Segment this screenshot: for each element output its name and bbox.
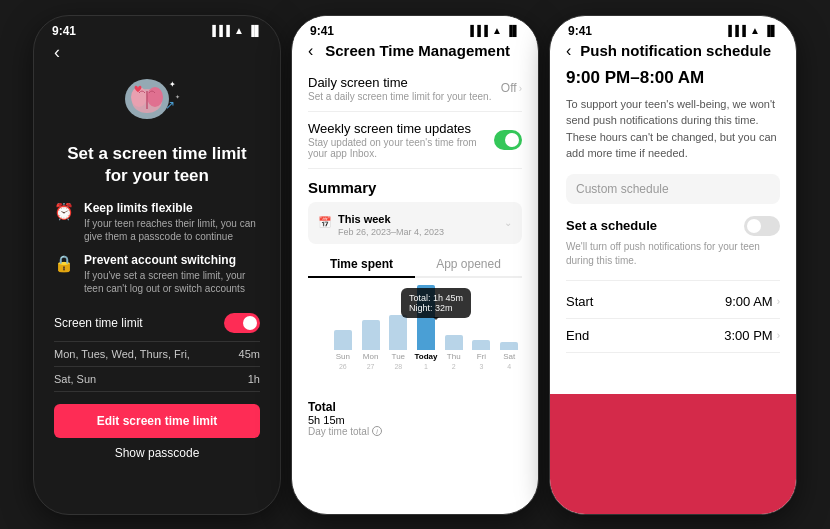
- bar-tue-label: Tue: [392, 352, 406, 361]
- bar-sun-rect: [334, 330, 352, 350]
- day-time-row: Day time total i: [308, 426, 522, 437]
- schedule-row-weekdays: Mon, Tues, Wed, Thurs, Fri, 45m: [54, 342, 260, 367]
- svg-point-3: [147, 87, 163, 107]
- weekly-updates-toggle[interactable]: [494, 130, 522, 150]
- illustration: ✦ ✦ ↗: [54, 71, 260, 131]
- start-label: Start: [566, 294, 593, 309]
- status-icons-3: ▐▐▐ ▲ ▐▌: [725, 25, 778, 36]
- signal-icon-3: ▐▐▐: [725, 25, 746, 36]
- edit-screen-time-button[interactable]: Edit screen time limit: [54, 404, 260, 438]
- feature-prevent-desc: If you've set a screen time limit, your …: [84, 269, 260, 295]
- time-3: 9:41: [568, 24, 592, 38]
- tab-app-opened[interactable]: App opened: [415, 252, 522, 276]
- svg-text:↗: ↗: [165, 98, 175, 112]
- phone3-content: ‹ Push notification schedule 9:00 PM–8:0…: [550, 42, 796, 353]
- phone-3: 9:41 ▐▐▐ ▲ ▐▌ ‹ Push notification schedu…: [549, 15, 797, 515]
- phone2-content: ‹ Screen Time Management Daily screen ti…: [292, 42, 538, 437]
- bar-mon: Mon 27: [358, 320, 384, 370]
- tabs: Time spent App opened: [308, 252, 522, 278]
- wifi-icon-1: ▲: [234, 25, 244, 36]
- weekdays-time: 45m: [239, 348, 260, 360]
- status-icons-1: ▐▐▐ ▲ ▐▌: [209, 25, 262, 36]
- bar-sat-sublabel: 4: [507, 363, 511, 370]
- bar-thu-rect: [445, 335, 463, 350]
- end-time-right: 3:00 PM ›: [724, 328, 780, 343]
- brain-illustration: ✦ ✦ ↗: [117, 71, 197, 131]
- svg-text:✦: ✦: [175, 94, 180, 100]
- weekly-updates-title: Weekly screen time updates: [308, 121, 494, 136]
- bar-tue-rect: [389, 315, 407, 350]
- end-time-row[interactable]: End 3:00 PM ›: [566, 319, 780, 353]
- calendar-icon: 📅: [318, 216, 332, 229]
- bar-fri-rect: [472, 340, 490, 350]
- status-icons-2: ▐▐▐ ▲ ▐▌: [467, 25, 520, 36]
- tab-time-spent[interactable]: Time spent: [308, 252, 415, 278]
- bar-mon-label: Mon: [363, 352, 379, 361]
- phone3-inner: 9:41 ▐▐▐ ▲ ▐▌ ‹ Push notification schedu…: [550, 16, 796, 353]
- battery-icon-1: ▐▌: [248, 25, 262, 36]
- phone1-content: ‹ ✦ ✦: [34, 42, 280, 460]
- chevron-down-icon: ⌄: [504, 217, 512, 228]
- clock-icon: ⏰: [54, 202, 74, 221]
- battery-icon-2: ▐▌: [506, 25, 520, 36]
- bar-thu-sublabel: 2: [452, 363, 456, 370]
- bar-sat: Sat 4: [496, 342, 522, 370]
- feature-flexible-text: Keep limits flexible If your teen reache…: [84, 201, 260, 243]
- svg-text:✦: ✦: [169, 80, 176, 89]
- show-passcode-button[interactable]: Show passcode: [54, 446, 260, 460]
- bar-mon-sublabel: 27: [367, 363, 375, 370]
- chevron-icon-end: ›: [777, 330, 780, 341]
- bar-today-label: Today: [415, 352, 438, 361]
- status-bar-2: 9:41 ▐▐▐ ▲ ▐▌: [292, 16, 538, 42]
- chevron-icon-1: ›: [519, 83, 522, 94]
- daily-screen-time-title: Daily screen time: [308, 75, 491, 90]
- phone3-header: ‹ Push notification schedule: [566, 42, 780, 60]
- daily-screen-time-value: Off ›: [501, 81, 522, 95]
- bar-sun: Sun 26: [330, 330, 356, 370]
- back-button-1[interactable]: ‹: [54, 42, 260, 63]
- week-label: This week: [338, 213, 391, 225]
- bar-fri: Fri 3: [469, 340, 495, 370]
- bar-mon-rect: [362, 320, 380, 350]
- phone3-title: Push notification schedule: [571, 42, 780, 59]
- phone-1: 9:41 ▐▐▐ ▲ ▐▌ ‹: [33, 15, 281, 515]
- screen-time-toggle-row: Screen time limit: [54, 305, 260, 342]
- bar-sun-sublabel: 26: [339, 363, 347, 370]
- custom-schedule-link[interactable]: Custom schedule: [566, 174, 780, 204]
- daily-screen-time-row[interactable]: Daily screen time Set a daily screen tim…: [308, 66, 522, 112]
- weekend-time: 1h: [248, 373, 260, 385]
- weekly-updates-row: Weekly screen time updates Stay updated …: [308, 112, 522, 169]
- status-bar-1: 9:41 ▐▐▐ ▲ ▐▌: [34, 16, 280, 42]
- set-schedule-section: Set a schedule We'll turn off push notif…: [566, 216, 780, 268]
- time-2: 9:41: [310, 24, 334, 38]
- total-value: 5h 15m: [308, 414, 522, 426]
- weekdays-label: Mon, Tues, Wed, Thurs, Fri,: [54, 348, 190, 360]
- set-schedule-title: Set a schedule: [566, 218, 657, 233]
- week-row[interactable]: 📅 This week Feb 26, 2023–Mar 4, 2023 ⌄: [308, 202, 522, 244]
- week-info: This week Feb 26, 2023–Mar 4, 2023: [338, 209, 444, 237]
- divider-1: [566, 280, 780, 281]
- feature-prevent-title: Prevent account switching: [84, 253, 260, 267]
- phone-2: 9:41 ▐▐▐ ▲ ▐▌ ‹ Screen Time Management D…: [291, 15, 539, 515]
- chevron-icon-start: ›: [777, 296, 780, 307]
- week-row-left: 📅 This week Feb 26, 2023–Mar 4, 2023: [318, 209, 444, 237]
- set-schedule-toggle[interactable]: [744, 216, 780, 236]
- info-icon[interactable]: i: [372, 426, 382, 436]
- total-section: Total 5h 15m Day time total i: [308, 400, 522, 437]
- summary-section: Summary 📅 This week Feb 26, 2023–Mar 4, …: [308, 179, 522, 437]
- status-bar-3: 9:41 ▐▐▐ ▲ ▐▌: [550, 16, 796, 42]
- start-time-row[interactable]: Start 9:00 AM ›: [566, 285, 780, 319]
- schedule-row-weekend: Sat, Sun 1h: [54, 367, 260, 392]
- signal-icon-1: ▐▐▐: [209, 25, 230, 36]
- red-background: [550, 394, 796, 514]
- phone2-title: Screen Time Management: [313, 42, 522, 59]
- screen-time-toggle[interactable]: [224, 313, 260, 333]
- notification-description: To support your teen's well-being, we wo…: [566, 96, 780, 162]
- bar-thu: Thu 2: [441, 335, 467, 370]
- end-value: 3:00 PM: [724, 328, 772, 343]
- week-dates: Feb 26, 2023–Mar 4, 2023: [338, 227, 444, 237]
- wifi-icon-2: ▲: [492, 25, 502, 36]
- tooltip-line2: Night: 32m: [409, 303, 463, 313]
- set-schedule-header: Set a schedule: [566, 216, 780, 236]
- time-1: 9:41: [52, 24, 76, 38]
